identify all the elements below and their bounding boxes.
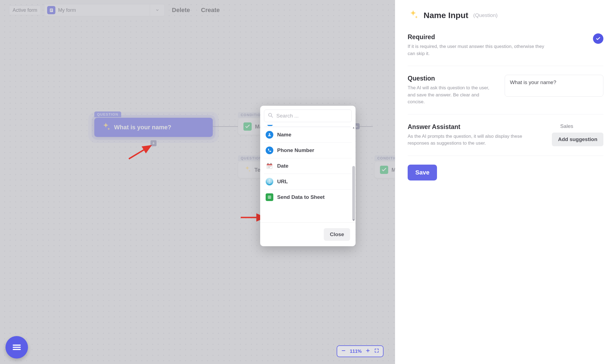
phone-icon: [266, 147, 273, 154]
option-label: Name: [277, 132, 291, 138]
option-sheet[interactable]: Send Data to Sheet: [264, 189, 352, 205]
user-icon: [266, 131, 273, 139]
scrollbar[interactable]: ▲ ▼: [352, 125, 355, 222]
suggestion-item[interactable]: Sales: [552, 123, 573, 129]
zoom-out-button[interactable]: [341, 348, 346, 354]
hamburger-icon: [12, 342, 22, 352]
panel-subtitle: (Question): [473, 12, 498, 18]
section-title: Required: [408, 33, 582, 41]
zoom-level: 111%: [350, 349, 362, 354]
close-button[interactable]: Close: [324, 228, 350, 241]
svg-rect-10: [267, 164, 272, 165]
option-label: URL: [277, 179, 288, 185]
svg-rect-13: [268, 166, 269, 167]
modal-option-list: Name Phone Number Date: [260, 125, 356, 222]
calendar-icon: [266, 162, 273, 170]
section-title: Question: [408, 75, 494, 82]
add-suggestion-button[interactable]: Add suggestion: [552, 133, 603, 146]
panel-title: Name Input: [424, 11, 468, 20]
svg-rect-11: [268, 163, 268, 164]
section-desc: The AI will ask this question to the use…: [408, 84, 494, 105]
svg-rect-17: [269, 167, 270, 168]
option-label: Phone Number: [277, 147, 314, 153]
zoom-control: 111%: [337, 345, 384, 357]
svg-rect-15: [270, 166, 271, 167]
option-date[interactable]: Date: [264, 158, 352, 174]
question-input[interactable]: What is your name?: [505, 75, 603, 97]
section-desc: As the AI prompts the question, it will …: [408, 133, 541, 147]
svg-rect-16: [268, 167, 269, 168]
save-button[interactable]: Save: [408, 165, 437, 180]
section-assistant: Answer Assistant As the AI prompts the q…: [408, 123, 603, 156]
scroll-thumb[interactable]: [352, 166, 355, 221]
search-icon: [268, 112, 274, 119]
scroll-down-icon[interactable]: ▼: [352, 218, 355, 222]
svg-line-7: [271, 116, 273, 117]
node-type-modal: Name Phone Number Date: [260, 106, 356, 246]
globe-icon: [266, 178, 273, 185]
option-url[interactable]: URL: [264, 174, 352, 189]
search-input[interactable]: [276, 113, 348, 119]
question-value: What is your name?: [510, 79, 556, 85]
section-desc: If it is required, the user must answer …: [408, 43, 550, 57]
menu-fab[interactable]: [5, 336, 28, 359]
svg-point-8: [269, 133, 270, 135]
check-icon: [595, 36, 601, 41]
zoom-in-button[interactable]: [365, 348, 370, 354]
option-phone[interactable]: Phone Number: [264, 142, 352, 158]
svg-rect-14: [269, 166, 270, 167]
sparkle-icon: [408, 9, 419, 21]
option-name[interactable]: Name: [264, 127, 352, 142]
option-label: Send Data to Sheet: [277, 194, 325, 200]
sheet-icon: [266, 193, 273, 201]
settings-panel: Name Input (Question) Required If it is …: [395, 0, 616, 364]
canvas[interactable]: Active form My form Delete Create QUESTI…: [0, 0, 395, 364]
option-label: Date: [277, 163, 288, 169]
panel-header: Name Input (Question): [408, 9, 603, 21]
section-question: Question The AI will ask this question t…: [408, 75, 603, 114]
fullscreen-button[interactable]: [374, 348, 379, 354]
scroll-up-icon[interactable]: ▲: [352, 125, 355, 129]
svg-rect-12: [271, 163, 271, 164]
required-toggle[interactable]: [593, 33, 603, 44]
search-input-wrap[interactable]: [264, 110, 352, 122]
section-title: Answer Assistant: [408, 123, 541, 131]
section-required: Required If it is required, the user mus…: [408, 33, 603, 66]
